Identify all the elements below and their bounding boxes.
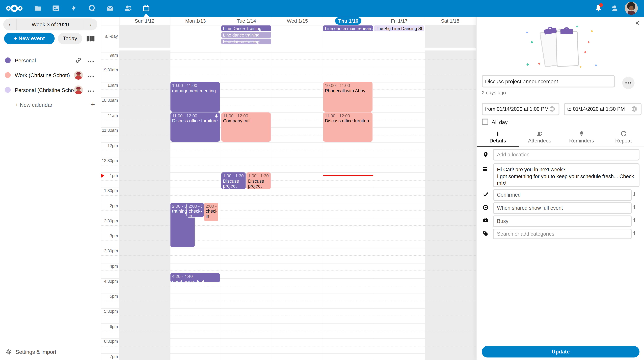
hour-line	[100, 218, 476, 218]
availability-info-icon[interactable]: i	[633, 217, 635, 223]
view-toggle-icon[interactable]	[87, 36, 94, 41]
contacts-menu-icon[interactable]	[611, 4, 619, 12]
event-end-input[interactable]	[564, 103, 642, 115]
status-check-icon	[483, 191, 489, 197]
all-day-checkbox[interactable]	[482, 119, 488, 125]
timezone-globe-icon[interactable]	[549, 106, 555, 112]
visibility-info-icon[interactable]: i	[633, 204, 635, 210]
event-time: 10:00 - 11:00	[172, 83, 218, 88]
time-axis-label: 12pm	[100, 143, 119, 148]
location-input[interactable]	[493, 149, 640, 161]
status-select[interactable]: Confirmed	[493, 189, 632, 201]
share-link-icon[interactable]	[74, 56, 83, 65]
event[interactable]: 11:00 - 12:00Company call	[221, 112, 271, 142]
event-time: 1:00 - 1:30	[223, 173, 244, 179]
allday-event[interactable]: Line Dance Training	[221, 25, 271, 31]
calendar-menu-icon[interactable]	[88, 57, 95, 64]
status-info-icon[interactable]: i	[633, 191, 635, 197]
time-axis-label: 12:30pm	[100, 158, 119, 163]
day-header[interactable]: Tue 1/14	[221, 17, 272, 25]
quarter-line	[100, 59, 476, 60]
photos-icon[interactable]	[52, 4, 60, 12]
calendar-list-item[interactable]: Personal (Christine Scho...	[0, 82, 100, 97]
visibility-select[interactable]: When shared show full event	[493, 202, 632, 214]
allday-event[interactable]: The Big Line Dancing Show	[374, 25, 424, 31]
nextcloud-logo[interactable]	[5, 4, 24, 13]
mail-icon[interactable]	[106, 4, 114, 12]
reminders-bell-icon	[579, 131, 584, 136]
calendar-menu-icon[interactable]	[88, 86, 95, 93]
event[interactable]: 1:00 - 1:30Discuss project announcement	[221, 173, 246, 189]
availability-select[interactable]: Busy	[493, 216, 632, 227]
event[interactable]: 4:20 - 4:40purchasing dept	[170, 273, 220, 282]
event-title: Discuss project	[248, 178, 269, 189]
event[interactable]: 2:00 - 2:30check-in	[187, 203, 204, 217]
calendar-name: Work (Christine Schott)	[15, 72, 74, 78]
update-button[interactable]: Update	[482, 346, 640, 358]
quarter-line	[100, 150, 476, 150]
calendar-list-item[interactable]: Work (Christine Schott)	[0, 68, 100, 82]
contacts-icon[interactable]	[124, 4, 132, 12]
event[interactable]: 10:00 - 11:00management meeting	[170, 82, 220, 111]
day-header[interactable]: Thu 1/16	[323, 17, 374, 25]
allday-event[interactable]: Line dance main rehearsal	[323, 25, 373, 31]
event[interactable]: 2:00 - 2:30check-in	[204, 203, 218, 221]
quarter-line	[100, 286, 476, 286]
event[interactable]: 11:00 - 12:00Discuss office furniture	[323, 112, 372, 142]
allday-event[interactable]: Line dance training	[221, 32, 271, 38]
time-axis-label: 9:30am	[100, 67, 119, 72]
quarter-line	[100, 120, 476, 120]
categories-tag-icon	[483, 231, 489, 237]
event-time: 11:00 - 12:00	[223, 113, 269, 118]
all-day-label: All day	[492, 119, 508, 125]
day-header[interactable]: Fri 1/17	[374, 17, 425, 25]
quarter-line	[100, 316, 476, 316]
event-title: Discuss project announcement	[223, 178, 244, 189]
event-title: Discuss office furniture	[172, 118, 218, 123]
talk-icon[interactable]	[88, 4, 96, 12]
day-header[interactable]: Wed 1/15	[272, 17, 323, 25]
day-header[interactable]: Mon 1/13	[170, 17, 221, 25]
day-header[interactable]: Sun 1/12	[119, 17, 170, 25]
user-avatar[interactable]	[625, 2, 638, 15]
event-actions-button[interactable]	[622, 77, 634, 89]
tab-details[interactable]: i Details	[477, 129, 519, 147]
timezone-globe-icon[interactable]	[631, 106, 638, 112]
quarter-line	[100, 135, 476, 135]
today-button[interactable]: Today	[58, 33, 82, 44]
time-axis-label: 2:30pm	[100, 218, 119, 223]
week-label[interactable]: Week 3 of 2020	[16, 19, 84, 30]
files-icon[interactable]	[34, 4, 42, 12]
hour-line	[100, 203, 476, 203]
description-textarea[interactable]: Hi Carl! are you in next week? I got som…	[493, 163, 640, 187]
calendar-menu-icon[interactable]	[88, 71, 95, 79]
tab-reminders[interactable]: Reminders	[561, 129, 602, 147]
next-week-button[interactable]: ›	[84, 18, 97, 30]
settings-import[interactable]: Settings & import	[0, 345, 106, 358]
previous-week-button[interactable]: ‹	[3, 18, 16, 30]
activity-icon[interactable]	[70, 4, 78, 12]
quarter-line	[100, 255, 476, 256]
event[interactable]: 10:00 - 11:00Phonecall with Abby	[323, 82, 372, 111]
time-axis-label: 2pm	[100, 203, 119, 208]
tab-repeat[interactable]: Repeat	[602, 129, 644, 147]
new-event-button[interactable]: + New event	[4, 33, 54, 44]
close-icon[interactable]: ×	[635, 19, 640, 27]
event[interactable]: 11:00 - 12:00Discuss office furniture	[170, 112, 220, 142]
time-axis-label: 4pm	[100, 264, 119, 268]
calendar-app-icon[interactable]	[142, 4, 150, 12]
event-start-input[interactable]	[482, 103, 560, 115]
categories-input[interactable]	[493, 229, 632, 239]
allday-event[interactable]: Line dance training	[221, 38, 271, 44]
column-divider	[476, 17, 476, 360]
calendar-list-item[interactable]: Personal	[0, 53, 100, 68]
current-time-arrow	[101, 173, 104, 177]
day-header[interactable]: Sat 1/18	[425, 17, 476, 25]
new-calendar-button[interactable]: + New calendar+	[0, 97, 100, 112]
tab-attendees[interactable]: Attendees	[519, 129, 561, 147]
event[interactable]: 1:00 - 1:30Discuss project	[246, 173, 270, 189]
hour-line	[100, 278, 476, 278]
hour-line	[100, 173, 476, 173]
event-title-input[interactable]	[482, 75, 615, 87]
categories-info-icon[interactable]: i	[633, 230, 635, 237]
